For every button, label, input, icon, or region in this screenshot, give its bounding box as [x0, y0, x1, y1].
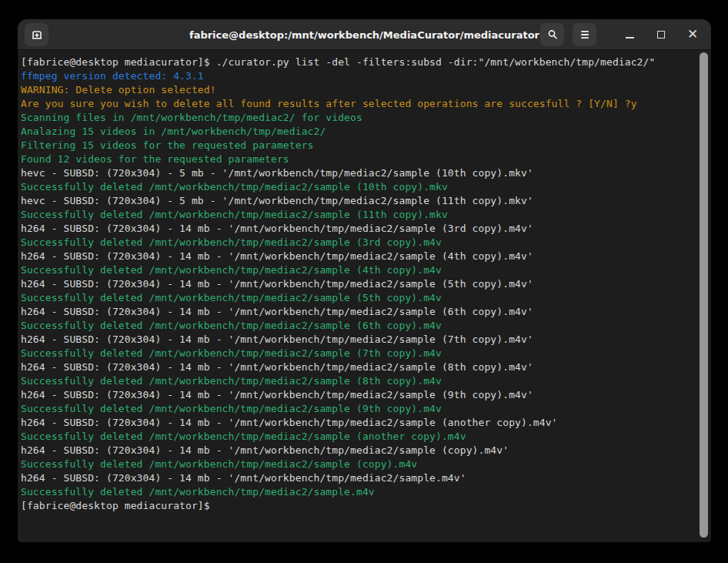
close-button[interactable]: ✕ — [681, 23, 704, 46]
terminal-line: h264 - SUBSD: (720x304) - 14 mb - '/mnt/… — [21, 333, 708, 347]
search-icon — [546, 28, 559, 41]
terminal-output: [fabrice@desktop mediacurator]$ ./curato… — [18, 51, 711, 513]
minimize-button[interactable] — [618, 23, 641, 46]
terminal-line: h264 - SUBSD: (720x304) - 14 mb - '/mnt/… — [21, 388, 708, 402]
terminal-screen[interactable]: [fabrice@desktop mediacurator]$ ./curato… — [18, 51, 711, 542]
terminal-window: fabrice@desktop:/mnt/workbench/MediaCura… — [18, 19, 711, 542]
terminal-line: Found 12 videos for the requested parame… — [21, 152, 708, 166]
terminal-line: hevc - SUBSD: (720x304) - 5 mb - '/mnt/w… — [21, 166, 708, 180]
maximize-button[interactable] — [650, 23, 673, 46]
terminal-line: Successfully deleted /mnt/workbench/tmp/… — [21, 457, 708, 471]
terminal-line: hevc - SUBSD: (720x304) - 5 mb - '/mnt/w… — [21, 194, 708, 208]
maximize-icon — [657, 31, 665, 39]
terminal-line: Successfully deleted /mnt/workbench/tmp/… — [21, 208, 708, 222]
terminal-line: h264 - SUBSD: (720x304) - 14 mb - '/mnt/… — [21, 222, 708, 236]
new-tab-icon — [31, 28, 43, 41]
terminal-line: Scanning files in /mnt/workbench/tmp/med… — [21, 111, 708, 125]
menu-button[interactable] — [573, 23, 596, 46]
terminal-line: Successfully deleted /mnt/workbench/tmp/… — [21, 263, 708, 277]
terminal-line: Successfully deleted /mnt/workbench/tmp/… — [21, 430, 708, 444]
terminal-line: [fabrice@desktop mediacurator]$ ./curato… — [21, 55, 708, 69]
terminal-line: Analazing 15 videos in /mnt/workbench/tm… — [21, 125, 708, 139]
terminal-line: Successfully deleted /mnt/workbench/tmp/… — [21, 374, 708, 388]
terminal-line: WARNING: Delete option selected! — [21, 83, 708, 97]
minimize-icon — [626, 37, 634, 39]
terminal-line: Successfully deleted /mnt/workbench/tmp/… — [21, 180, 708, 194]
terminal-line: Successfully deleted /mnt/workbench/tmp/… — [21, 319, 708, 333]
menu-icon — [579, 30, 590, 39]
close-icon: ✕ — [687, 28, 698, 41]
terminal-line: h264 - SUBSD: (720x304) - 14 mb - '/mnt/… — [21, 416, 708, 430]
titlebar[interactable]: fabrice@desktop:/mnt/workbench/MediaCura… — [18, 19, 711, 50]
terminal-line: Successfully deleted /mnt/workbench/tmp/… — [21, 347, 708, 360]
terminal-line: h264 - SUBSD: (720x304) - 14 mb - '/mnt/… — [21, 277, 708, 291]
search-button[interactable] — [540, 23, 564, 46]
new-tab-button[interactable] — [25, 23, 48, 46]
terminal-line: Filtering 15 videos for the requested pa… — [21, 139, 708, 152]
terminal-line: Successfully deleted /mnt/workbench/tmp/… — [21, 236, 708, 250]
terminal-line: h264 - SUBSD: (720x304) - 14 mb - '/mnt/… — [21, 360, 708, 374]
terminal-line: h264 - SUBSD: (720x304) - 14 mb - '/mnt/… — [21, 250, 708, 263]
terminal-line: Successfully deleted /mnt/workbench/tmp/… — [21, 291, 708, 305]
terminal-line: Successfully deleted /mnt/workbench/tmp/… — [21, 485, 708, 499]
terminal-line: h264 - SUBSD: (720x304) - 14 mb - '/mnt/… — [21, 471, 708, 485]
terminal-line: [fabrice@desktop mediacurator]$ — [21, 499, 708, 513]
terminal-line: h264 - SUBSD: (720x304) - 14 mb - '/mnt/… — [21, 305, 708, 319]
terminal-line: Are you sure you wish to delete all foun… — [21, 97, 708, 111]
terminal-line: h264 - SUBSD: (720x304) - 14 mb - '/mnt/… — [21, 444, 708, 457]
terminal-line: Successfully deleted /mnt/workbench/tmp/… — [21, 402, 708, 416]
scrollbar-thumb[interactable] — [700, 52, 708, 538]
terminal-line: ffmpeg version detected: 4.3.1 — [21, 69, 708, 83]
window-title: fabrice@desktop:/mnt/workbench/MediaCura… — [189, 28, 539, 40]
